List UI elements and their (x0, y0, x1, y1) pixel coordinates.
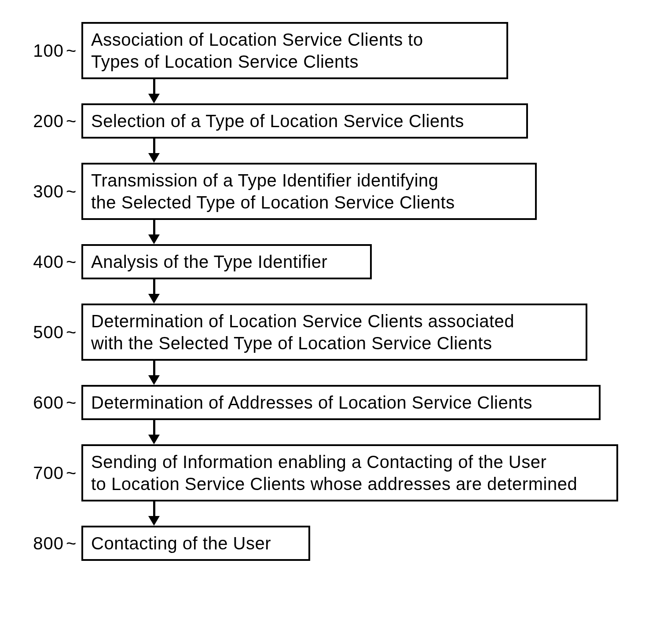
step-label-700: 700 (24, 463, 64, 483)
arrow-stem (153, 220, 155, 235)
label-connector: ~ (66, 463, 76, 483)
process-box-100: Association of Location Service Clients … (81, 22, 508, 79)
step-label-500: 500 (24, 322, 64, 342)
process-text-600: Determination of Addresses of Location S… (91, 392, 532, 413)
label-connector: ~ (66, 322, 76, 342)
arrow-head-icon (148, 375, 160, 385)
process-box-800: Contacting of the User (81, 526, 310, 561)
label-connector: ~ (66, 41, 76, 61)
arrow-head-icon (148, 294, 160, 304)
arrow-stem (153, 361, 155, 376)
process-text-500: Determination of Location Service Client… (91, 310, 514, 354)
step-label-400: 400 (24, 252, 64, 272)
arrow-stem (153, 501, 155, 517)
arrow-head-icon (148, 435, 160, 444)
process-text-300: Transmission of a Type Identifier identi… (91, 169, 455, 213)
label-connector: ~ (66, 252, 76, 272)
process-text-700: Sending of Information enabling a Contac… (91, 451, 577, 495)
arrow-head-icon (148, 516, 160, 526)
process-box-700: Sending of Information enabling a Contac… (81, 444, 618, 501)
process-text-100: Association of Location Service Clients … (91, 29, 423, 73)
process-box-600: Determination of Addresses of Location S… (81, 385, 601, 420)
process-box-200: Selection of a Type of Location Service … (81, 103, 528, 139)
step-label-300: 300 (24, 182, 64, 201)
process-text-200: Selection of a Type of Location Service … (91, 110, 464, 132)
arrow-head-icon (148, 94, 160, 103)
process-text-400: Analysis of the Type Identifier (91, 251, 327, 273)
arrow-stem (153, 420, 155, 435)
label-connector: ~ (66, 182, 76, 201)
arrow-head-icon (148, 234, 160, 244)
arrow-stem (153, 79, 155, 95)
flowchart-canvas: 100~Association of Location Service Clie… (0, 0, 656, 644)
label-connector: ~ (66, 111, 76, 131)
label-connector: ~ (66, 393, 76, 413)
step-label-600: 600 (24, 393, 64, 413)
process-box-500: Determination of Location Service Client… (81, 304, 587, 361)
step-label-800: 800 (24, 534, 64, 553)
arrow-stem (153, 279, 155, 295)
arrow-stem (153, 139, 155, 154)
arrow-head-icon (148, 153, 160, 163)
process-box-400: Analysis of the Type Identifier (81, 244, 372, 279)
process-box-300: Transmission of a Type Identifier identi… (81, 163, 537, 220)
step-label-200: 200 (24, 111, 64, 131)
step-label-100: 100 (24, 41, 64, 61)
process-text-800: Contacting of the User (91, 532, 271, 554)
label-connector: ~ (66, 534, 76, 553)
